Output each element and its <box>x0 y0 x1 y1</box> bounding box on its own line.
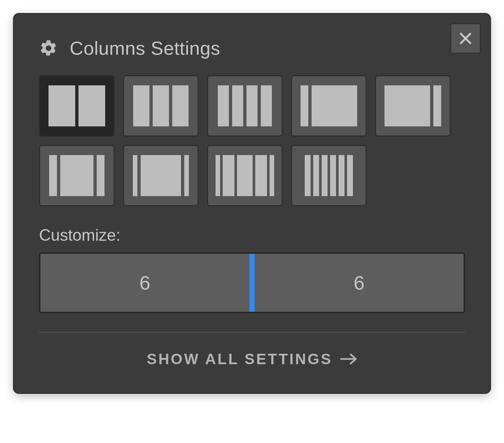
columns-icon <box>301 85 357 126</box>
customize-slider[interactable]: 6 6 <box>39 252 465 313</box>
customize-right-value: 6 <box>255 254 464 312</box>
preset-6-6[interactable] <box>39 75 115 136</box>
show-all-settings-label: SHOW ALL SETTINGS <box>147 350 333 368</box>
columns-icon <box>385 85 441 126</box>
preset-2-8-2[interactable] <box>39 145 115 206</box>
columns-icon <box>49 85 105 126</box>
columns-icon <box>305 155 353 196</box>
preset-1-10-1[interactable] <box>123 145 199 206</box>
close-button[interactable] <box>451 23 481 53</box>
show-all-settings-button[interactable]: SHOW ALL SETTINGS <box>14 333 490 392</box>
preset-3-3-3-3[interactable] <box>207 75 283 136</box>
customize-label: Customize: <box>14 209 490 252</box>
customize-divider-handle[interactable] <box>249 254 255 312</box>
preset-4-4-4[interactable] <box>123 75 199 136</box>
columns-icon <box>133 85 189 126</box>
close-icon <box>459 32 472 45</box>
columns-icon <box>133 155 189 196</box>
columns-settings-panel: Columns Settings Customize: 6 6 SHOW ALL… <box>13 13 491 394</box>
arrow-right-icon <box>340 352 357 366</box>
columns-icon <box>216 155 274 196</box>
gear-icon <box>39 39 58 58</box>
panel-title: Columns Settings <box>70 37 220 59</box>
preset-1-3-4-3-1[interactable] <box>207 145 283 206</box>
customize-left-value: 6 <box>40 254 249 312</box>
preset-10-2[interactable] <box>375 75 451 136</box>
preset-2-10[interactable] <box>291 75 367 136</box>
preset-2-2-2-2-2-2[interactable] <box>291 145 367 206</box>
columns-icon <box>49 155 105 196</box>
columns-icon <box>218 85 272 126</box>
